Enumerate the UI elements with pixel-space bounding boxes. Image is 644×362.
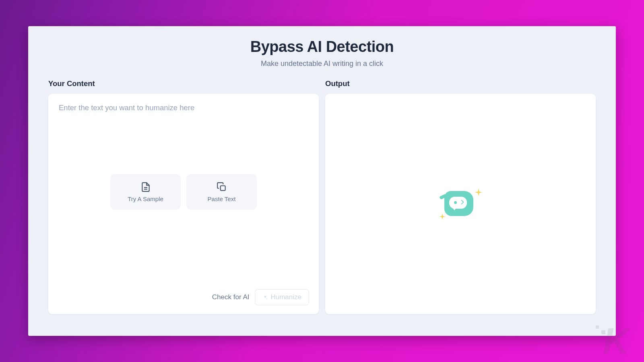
page-subtitle: Make undetectable AI writing in a click [48, 60, 596, 68]
try-sample-button[interactable]: Try A Sample [110, 174, 181, 210]
app-window: Bypass AI Detection Make undetectable AI… [28, 26, 616, 336]
input-column: Your Content Enter the text you want to … [48, 79, 319, 314]
sparkle-icon [262, 294, 268, 300]
humanize-button[interactable]: Humanize [255, 289, 309, 305]
sparkle-icon [474, 189, 483, 197]
try-sample-label: Try A Sample [128, 195, 163, 202]
input-placeholder: Enter the text you want to humanize here [59, 103, 308, 112]
svg-rect-2 [220, 185, 225, 190]
humanize-label: Humanize [270, 293, 301, 301]
output-column-label: Output [325, 79, 596, 88]
header: Bypass AI Detection Make undetectable AI… [48, 38, 596, 68]
page-title: Bypass AI Detection [48, 38, 596, 56]
paste-text-button[interactable]: Paste Text [186, 174, 257, 210]
output-panel [325, 94, 596, 314]
input-column-label: Your Content [48, 79, 319, 88]
copy-icon [217, 182, 227, 192]
sparkle-icon [439, 214, 446, 221]
action-tiles: Try A Sample Paste Text [110, 174, 257, 210]
output-column: Output [325, 79, 596, 314]
check-for-ai-button[interactable]: Check for AI [212, 293, 250, 301]
paste-text-label: Paste Text [208, 195, 236, 202]
document-icon [140, 182, 151, 192]
bottom-actions: Check for AI Humanize [212, 289, 309, 305]
main-columns: Your Content Enter the text you want to … [48, 79, 596, 314]
mascot-icon [440, 188, 481, 220]
input-panel[interactable]: Enter the text you want to humanize here… [48, 94, 319, 314]
